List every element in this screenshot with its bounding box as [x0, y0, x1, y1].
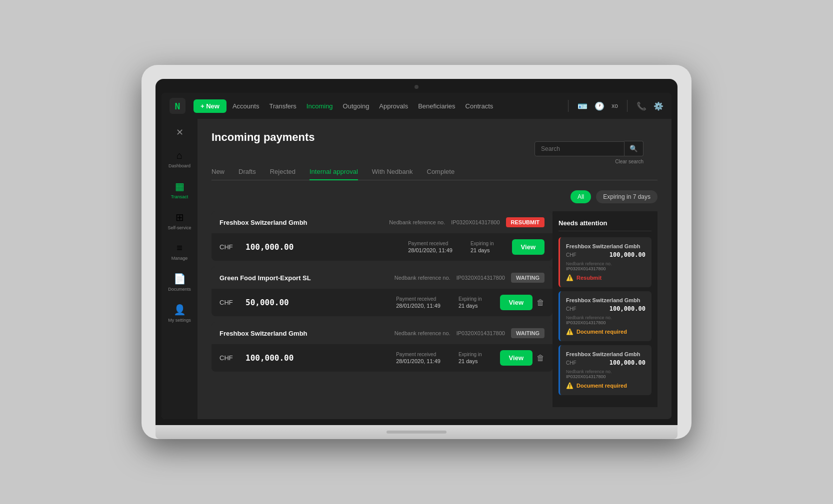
- card-3-actions: View 🗑: [500, 350, 544, 366]
- tab-internal-approval[interactable]: Internal approval: [310, 164, 358, 180]
- card-2-ref-value: IP0320X014317800: [456, 275, 505, 281]
- top-nav: N + New Accounts Transfers Incoming Outg…: [162, 93, 672, 119]
- sidebar-item-settings[interactable]: 👤 My settings: [164, 300, 196, 327]
- page-title: Incoming payments: [212, 131, 315, 144]
- card-3-currency: CHF: [220, 354, 238, 362]
- payments-list: Freshbox Switzerland Gmbh Nedbank refere…: [212, 211, 552, 407]
- card-2-currency: CHF: [220, 299, 238, 306]
- card-2-ref-label: Nedbank reference no.: [394, 275, 450, 281]
- documents-icon: 📄: [174, 273, 186, 285]
- xo-icon[interactable]: xo: [612, 102, 618, 109]
- filter-all[interactable]: All: [570, 190, 591, 203]
- phone-icon[interactable]: 📞: [636, 101, 646, 111]
- filter-row: All Expiring in 7 days: [212, 190, 658, 203]
- home-icon: ⌂: [176, 150, 182, 161]
- att-2-amount: 100,000.00: [610, 305, 646, 312]
- panel-title: Needs attention: [558, 219, 652, 231]
- sidebar-item-dashboard[interactable]: ⌂ Dashboard: [164, 146, 196, 172]
- card-3-body: CHF 100,000.00 Payment received 28/01/20…: [212, 344, 552, 372]
- sidebar: ✕ ⌂ Dashboard ▦ Transact ⊞ Self-service: [162, 119, 198, 419]
- nav-beneficiaries[interactable]: Beneficiaries: [418, 100, 455, 112]
- nav-right-icons: 🪪 🕐 xo 📞 ⚙️: [566, 100, 664, 112]
- sidebar-label-transact: Transact: [171, 194, 188, 199]
- transact-icon: ▦: [175, 180, 184, 192]
- tab-new[interactable]: New: [212, 164, 224, 180]
- close-button[interactable]: ✕: [176, 127, 184, 138]
- card-3-view-button[interactable]: View: [500, 350, 532, 366]
- card-icon[interactable]: 🪪: [578, 101, 588, 111]
- att-3-ref-value: IP0320X014317800: [566, 374, 646, 379]
- selfservice-icon: ⊞: [176, 211, 184, 223]
- main-content: Incoming payments 🔍 Clear search New Dra…: [198, 119, 672, 419]
- card-3-header: Freshbox Switzerland Gmbh Nedbank refere…: [212, 322, 552, 344]
- tab-with-nedbank[interactable]: With Nedbank: [372, 164, 413, 180]
- card-2-view-button[interactable]: View: [500, 295, 532, 310]
- sidebar-label-dashboard: Dashboard: [168, 163, 190, 168]
- card-1-header: Freshbox Switzerland Gmbh Nedbank refere…: [212, 211, 552, 233]
- attention-card-2: Freshbox Switzerland Gmbh CHF 100,000.00…: [558, 291, 652, 341]
- clear-search[interactable]: Clear search: [615, 159, 644, 164]
- nav-outgoing[interactable]: Outgoing: [343, 100, 370, 112]
- att-2-currency: CHF: [566, 306, 576, 312]
- att-3-amount-row: CHF 100,000.00: [566, 359, 646, 366]
- card-3-ref-value: IP0320X014317800: [456, 330, 505, 336]
- card-3-amount: 100,000.00: [246, 353, 388, 363]
- card-2-received-label: Payment received: [396, 296, 440, 302]
- sidebar-item-transact[interactable]: ▦ Transact: [164, 176, 196, 203]
- attention-card-3: Freshbox Switzerland Gmbh CHF 100,000.00…: [558, 345, 652, 395]
- att-3-company: Freshbox Switzerland Gmbh: [566, 351, 646, 357]
- nav-transfers[interactable]: Transfers: [269, 100, 296, 112]
- settings-icon[interactable]: ⚙️: [654, 101, 664, 111]
- card-2-actions: View 🗑: [500, 295, 544, 310]
- card-1-expiry-label: Expiring in: [470, 241, 494, 246]
- nav-divider-2: [627, 100, 628, 112]
- card-1-view-button[interactable]: View: [512, 239, 544, 255]
- att-1-ref-label: Nedbank reference no.: [566, 261, 646, 266]
- search-bar: 🔍 Clear search: [534, 141, 644, 156]
- nav-accounts[interactable]: Accounts: [232, 100, 259, 112]
- card-2-received-date: 28/01/2020, 11:49: [396, 303, 440, 309]
- card-2-body: CHF 50,000.00 Payment received 28/01/202…: [212, 289, 552, 316]
- tabs: New Drafts Rejected Internal approval Wi…: [212, 164, 658, 180]
- nav-contracts[interactable]: Contracts: [466, 100, 494, 112]
- att-2-company: Freshbox Switzerland Gmbh: [566, 297, 646, 303]
- search-button[interactable]: 🔍: [624, 141, 644, 156]
- warning-icon-2: ⚠️: [566, 328, 574, 335]
- att-3-currency: CHF: [566, 360, 576, 366]
- nav-approvals[interactable]: Approvals: [379, 100, 408, 112]
- tab-rejected[interactable]: Rejected: [270, 164, 296, 180]
- card-2-amount: 50,000.00: [246, 298, 388, 307]
- nav-divider: [568, 100, 568, 112]
- card-3-received-label: Payment received: [396, 352, 440, 357]
- card-1-body: CHF 100,000.00 Payment received 28/01/20…: [212, 233, 552, 261]
- card-3-received: Payment received 28/01/2020, 11:49: [396, 352, 440, 364]
- sidebar-item-documents[interactable]: 📄 Documents: [164, 269, 196, 296]
- sidebar-item-manage[interactable]: ≡ Manage: [164, 238, 196, 265]
- clock-icon[interactable]: 🕐: [594, 101, 604, 111]
- card-2-delete-button[interactable]: 🗑: [536, 298, 544, 307]
- card-2-badge: WAITING: [511, 273, 544, 283]
- att-2-ref-value: IP0320X014317800: [566, 320, 646, 325]
- app-layout: ✕ ⌂ Dashboard ▦ Transact ⊞ Self-service: [162, 119, 672, 419]
- app-logo: N: [170, 98, 186, 114]
- tab-drafts[interactable]: Drafts: [238, 164, 256, 180]
- card-1-company: Freshbox Switzerland Gmbh: [220, 219, 383, 226]
- card-1-ref-label: Nedbank reference no.: [389, 219, 445, 225]
- nav-incoming[interactable]: Incoming: [306, 100, 333, 112]
- card-3-badge: WAITING: [511, 328, 544, 338]
- search-input[interactable]: [534, 141, 624, 156]
- card-3-expiry-value: 21 days: [458, 358, 482, 364]
- card-1-received-label: Payment received: [408, 241, 452, 246]
- att-3-ref-label: Nedbank reference no.: [566, 369, 646, 374]
- att-1-ref-value: IP0320X014317800: [566, 266, 646, 271]
- tab-complete[interactable]: Complete: [427, 164, 455, 180]
- card-3-delete-button[interactable]: 🗑: [536, 354, 544, 363]
- logo-icon: N: [175, 101, 180, 111]
- card-1-received: Payment received 28/01/2020, 11:49: [408, 241, 452, 253]
- warning-icon-3: ⚠️: [566, 382, 574, 389]
- att-1-action-label: Resubmit: [576, 275, 602, 281]
- sidebar-item-selfservice[interactable]: ⊞ Self-service: [164, 207, 196, 234]
- filter-expiring[interactable]: Expiring in 7 days: [596, 190, 658, 203]
- att-3-action: ⚠️ Document required: [566, 382, 646, 389]
- new-button[interactable]: + New: [194, 99, 226, 113]
